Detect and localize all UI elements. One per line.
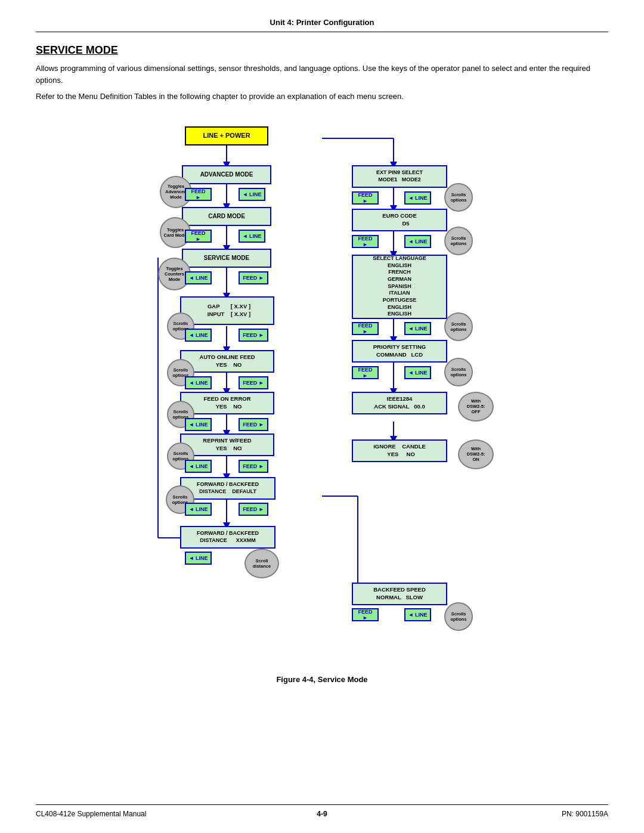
header-text: Unit 4: Printer Configuration xyxy=(270,18,374,27)
feed-btn-8[interactable]: FEED ► xyxy=(239,503,268,516)
scrolls-r5-circle: Scrolls options xyxy=(444,602,473,631)
euro-code-box: EURO CODE D5 xyxy=(352,209,447,231)
feed-btn-3[interactable]: FEED ► xyxy=(239,271,268,284)
feed-on-error-box: FEED ON ERROR YES NO xyxy=(180,392,274,414)
card-mode-label: CARD MODE xyxy=(208,212,245,220)
intro-text-2: Refer to the Menu Definition Tables in t… xyxy=(36,91,608,103)
ignore-candle-box: IGNORE CANDLE YES NO xyxy=(352,439,447,462)
line-btn-1[interactable]: ◄ LINE xyxy=(239,188,265,201)
scrolls-r3-circle: Scrolls options xyxy=(444,312,473,341)
backfeed-speed-box: BACKFEED SPEED NORMAL SLOW xyxy=(352,583,447,605)
service-mode-label: SERVICE MODE xyxy=(204,254,250,262)
line-btn-r2[interactable]: ◄ LINE xyxy=(404,235,431,248)
advanced-mode-box: ADVANCED MODE xyxy=(182,165,271,184)
line-btn-r5[interactable]: ◄ LINE xyxy=(404,608,431,621)
ext-pin9-box: EXT PIN9 SELECT MODE1 MODE2 xyxy=(352,165,447,188)
scroll-distance-circle: Scroll distance xyxy=(244,549,279,578)
fwd-back-default-box: FORWARD / BACKFEED DISTANCE DEFAULT xyxy=(180,477,275,500)
feed-btn-7[interactable]: FEED ► xyxy=(239,460,268,473)
footer-left: CL408-412e Supplemental Manual xyxy=(36,810,146,818)
line-btn-5[interactable]: ◄ LINE xyxy=(185,376,212,389)
footer-center: 4-9 xyxy=(317,805,327,818)
gap-input-box: GAP [ X.XV ] INPUT [ X.XV ] xyxy=(180,296,274,325)
footer-right: PN: 9001159A xyxy=(562,810,608,818)
priority-setting-box: PRIORITY SETTING COMMAND LCD xyxy=(352,340,447,363)
scrolls-r1-circle: Scrolls options xyxy=(444,183,473,212)
with-dsw25-on-circle: With DSW2-5: ON xyxy=(458,439,494,469)
gap-input-label2: INPUT [ X.XV ] xyxy=(208,311,250,318)
feed-btn-r3[interactable]: FEED ► xyxy=(352,322,379,335)
fwd-back-xxxmm-box: FORWARD / BACKFEED DISTANCE XXXMM xyxy=(180,526,275,549)
line-btn-6[interactable]: ◄ LINE xyxy=(185,418,212,431)
figure-caption: Figure 4-4, Service Mode xyxy=(36,675,608,684)
line-btn-3[interactable]: ◄ LINE xyxy=(185,271,212,284)
diagram-container: LINE + POWER ADVANCED MODE Toggles Advan… xyxy=(66,120,578,657)
feed-btn-4[interactable]: FEED ► xyxy=(239,329,268,342)
feed-btn-2[interactable]: FEED ► xyxy=(185,230,212,243)
connector-lines xyxy=(66,120,578,657)
scrolls-r4-circle: Scrolls options xyxy=(444,358,473,386)
gap-input-label: GAP [ X.XV ] xyxy=(208,303,250,310)
with-dsw25-off-circle: With DSW2-5: OFF xyxy=(458,392,494,422)
feed-btn-r2[interactable]: FEED ► xyxy=(352,235,379,248)
line-power-box: LINE + POWER xyxy=(185,126,268,145)
section-title: SERVICE MODE xyxy=(36,44,608,57)
line-btn-r3[interactable]: ◄ LINE xyxy=(404,322,431,335)
feed-btn-r1[interactable]: FEED ► xyxy=(352,191,379,205)
line-btn-8[interactable]: ◄ LINE xyxy=(185,503,212,516)
feed-btn-6[interactable]: FEED ► xyxy=(239,418,268,431)
page-header: Unit 4: Printer Configuration xyxy=(36,18,608,32)
page: Unit 4: Printer Configuration SERVICE MO… xyxy=(0,0,644,833)
line-btn-9[interactable]: ◄ LINE xyxy=(185,552,212,565)
ieee1284-box: IEEE1284 ACK SIGNAL 00.0 xyxy=(352,392,447,414)
service-mode-box: SERVICE MODE xyxy=(182,249,271,268)
line-btn-r1[interactable]: ◄ LINE xyxy=(404,191,431,205)
line-btn-7[interactable]: ◄ LINE xyxy=(185,460,212,473)
scrolls-r2-circle: Scrolls options xyxy=(444,227,473,255)
select-language-box: SELECT LANGUAGE ENGLISH FRENCH GERMAN SP… xyxy=(352,255,447,319)
line-btn-4[interactable]: ◄ LINE xyxy=(185,329,212,342)
card-mode-box: CARD MODE xyxy=(182,207,271,226)
feed-btn-r4[interactable]: FEED ► xyxy=(352,366,379,379)
intro-text-1: Allows programming of various dimensiona… xyxy=(36,63,608,86)
feed-btn-r5[interactable]: FEED ► xyxy=(352,608,379,621)
line-btn-r4[interactable]: ◄ LINE xyxy=(404,366,431,379)
feed-btn-5[interactable]: FEED ► xyxy=(239,376,268,389)
line-btn-2[interactable]: ◄ LINE xyxy=(239,230,265,243)
line-power-label: LINE + POWER xyxy=(203,131,250,140)
feed-btn-1[interactable]: FEED ► xyxy=(185,188,212,201)
reprint-wfeed-box: REPRINT W/FEED YES NO xyxy=(180,433,274,456)
advanced-mode-label: ADVANCED MODE xyxy=(200,171,253,178)
auto-online-box: AUTO ONLINE FEED YES NO xyxy=(180,350,274,373)
